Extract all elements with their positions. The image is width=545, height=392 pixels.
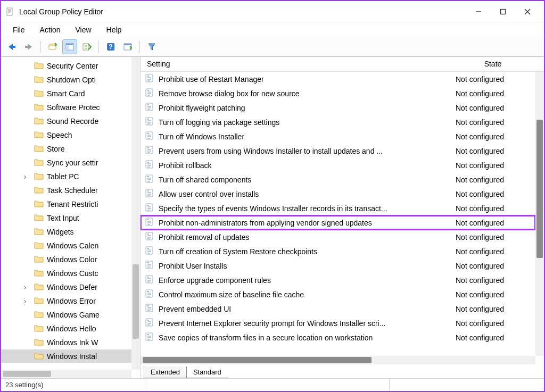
tree-item[interactable]: Tenant Restricti bbox=[1, 197, 140, 211]
setting-state: Not configured bbox=[456, 204, 535, 213]
tree-item[interactable]: Windows Custc bbox=[1, 266, 140, 280]
setting-state: Not configured bbox=[456, 247, 535, 256]
setting-row[interactable]: Remove browse dialog box for new sourceN… bbox=[141, 86, 535, 101]
folder-icon bbox=[34, 103, 44, 112]
setting-row[interactable]: Prevent embedded UINot configured bbox=[141, 302, 535, 316]
filter-button[interactable] bbox=[144, 39, 159, 54]
folder-icon bbox=[34, 61, 44, 71]
help-button[interactable]: ? bbox=[103, 39, 118, 54]
chevron-right-icon[interactable]: › bbox=[21, 283, 29, 291]
tree-item-label: Windows Ink W bbox=[47, 338, 98, 347]
svg-point-38 bbox=[147, 219, 148, 220]
setting-state: Not configured bbox=[456, 118, 535, 127]
tree-item[interactable]: Windows Color bbox=[1, 253, 140, 266]
setting-row[interactable]: Specify the types of events Windows Inst… bbox=[141, 201, 535, 215]
tree-item[interactable]: Widgets bbox=[1, 225, 140, 239]
folder-icon bbox=[34, 227, 44, 237]
list-vertical-scrollbar[interactable] bbox=[535, 72, 544, 356]
setting-row[interactable]: Turn off Windows InstallerNot configured bbox=[141, 129, 535, 144]
tree-item[interactable]: Sync your settir bbox=[1, 156, 140, 170]
tree-item-label: Windows Calen bbox=[47, 241, 98, 250]
toolbar: ? bbox=[1, 37, 544, 56]
folder-icon bbox=[34, 241, 44, 251]
tree-item[interactable]: Windows Instal bbox=[1, 349, 140, 363]
svg-rect-5 bbox=[12, 46, 15, 48]
back-button[interactable] bbox=[4, 39, 19, 54]
setting-state: Not configured bbox=[456, 290, 535, 299]
properties-button[interactable] bbox=[120, 39, 135, 54]
tree-item-label: Sync your settir bbox=[47, 159, 98, 167]
setting-state: Not configured bbox=[456, 89, 535, 98]
setting-row[interactable]: Enforce upgrade component rulesNot confi… bbox=[141, 273, 535, 287]
tree-horizontal-scrollbar[interactable] bbox=[1, 370, 131, 378]
close-button[interactable] bbox=[515, 3, 540, 20]
policy-icon bbox=[145, 160, 159, 171]
setting-row[interactable]: Prohibit User InstallsNot configured bbox=[141, 258, 535, 273]
toolbar-separator bbox=[40, 41, 41, 53]
tree-vertical-scrollbar[interactable] bbox=[131, 57, 140, 370]
chevron-right-icon[interactable]: › bbox=[21, 297, 29, 305]
tree-item[interactable]: Windows Calen bbox=[1, 239, 140, 253]
tree-item-label: Tenant Restricti bbox=[47, 200, 98, 208]
tree-item[interactable]: Speech bbox=[1, 128, 140, 142]
column-header-setting[interactable]: Setting bbox=[141, 57, 450, 71]
list-horizontal-scrollbar[interactable] bbox=[141, 356, 535, 364]
up-button[interactable] bbox=[45, 39, 60, 54]
tree-item[interactable]: Shutdown Opti bbox=[1, 73, 140, 87]
tab-extended[interactable]: Extended bbox=[144, 366, 187, 378]
menu-view[interactable]: View bbox=[68, 23, 98, 36]
export-list-button[interactable] bbox=[79, 39, 94, 54]
setting-row[interactable]: Prohibit flyweight patchingNot configure… bbox=[141, 101, 535, 115]
tree-item-label: Windows Color bbox=[47, 255, 97, 264]
setting-row[interactable]: Turn off creation of System Restore chec… bbox=[141, 244, 535, 258]
setting-row[interactable]: Turn off shared componentsNot configured bbox=[141, 172, 535, 187]
tree-item-label: Windows Game bbox=[47, 311, 100, 319]
tree-item[interactable]: ›Windows Defer bbox=[1, 280, 140, 294]
show-hide-tree-button[interactable] bbox=[62, 39, 77, 54]
minimize-button[interactable] bbox=[466, 3, 491, 20]
svg-text:?: ? bbox=[109, 43, 112, 51]
tree-item[interactable]: Security Center bbox=[1, 59, 140, 73]
title-bar: Local Group Policy Editor bbox=[1, 1, 544, 22]
tree-item[interactable]: Store bbox=[1, 142, 140, 156]
setting-row[interactable]: Prevent users from using Windows Install… bbox=[141, 144, 535, 158]
tree-item[interactable]: Software Protec bbox=[1, 101, 140, 114]
setting-name: Allow user control over installs bbox=[159, 190, 456, 198]
tree-item[interactable]: Windows Ink W bbox=[1, 336, 140, 349]
setting-row[interactable]: Prohibit removal of updatesNot configure… bbox=[141, 230, 535, 244]
setting-row[interactable]: Prohibit rollbackNot configured bbox=[141, 158, 535, 172]
menu-help[interactable]: Help bbox=[99, 23, 129, 36]
tree-item[interactable]: Smart Card bbox=[1, 87, 140, 101]
folder-icon bbox=[34, 310, 44, 320]
svg-point-22 bbox=[147, 104, 148, 105]
details-pane: Setting State Prohibit use of Restart Ma… bbox=[141, 57, 544, 378]
setting-row[interactable]: Prevent Internet Explorer security promp… bbox=[141, 316, 535, 330]
setting-row[interactable]: Prohibit use of Restart ManagerNot confi… bbox=[141, 72, 535, 86]
tree-item-label: Windows Error bbox=[47, 297, 96, 305]
tree-item[interactable]: Sound Recorde bbox=[1, 114, 140, 128]
menu-action[interactable]: Action bbox=[32, 23, 68, 36]
setting-name: Save copies of transform files in a secu… bbox=[159, 333, 456, 342]
forward-button[interactable] bbox=[21, 39, 36, 54]
tree-pane: Security CenterShutdown OptiSmart CardSo… bbox=[1, 57, 141, 378]
setting-row[interactable]: Allow user control over installsNot conf… bbox=[141, 187, 535, 201]
setting-row[interactable]: Control maximum size of baseline file ca… bbox=[141, 287, 535, 302]
maximize-button[interactable] bbox=[491, 3, 515, 20]
tree-item[interactable]: Text Input bbox=[1, 211, 140, 225]
policy-icon bbox=[145, 289, 159, 300]
setting-row[interactable]: Save copies of transform files in a secu… bbox=[141, 330, 535, 345]
chevron-right-icon[interactable]: › bbox=[21, 172, 29, 181]
tree-item[interactable]: Windows Game bbox=[1, 308, 140, 322]
setting-row[interactable]: Turn off logging via package settingsNot… bbox=[141, 115, 535, 129]
column-header-state[interactable]: State bbox=[450, 57, 535, 71]
svg-point-40 bbox=[147, 233, 148, 235]
folder-icon bbox=[34, 130, 44, 140]
menu-file[interactable]: File bbox=[5, 23, 32, 36]
setting-row[interactable]: Prohibit non-administrators from applyin… bbox=[141, 215, 535, 230]
tree-item[interactable]: ›Tablet PC bbox=[1, 170, 140, 184]
tab-standard[interactable]: Standard bbox=[186, 366, 228, 378]
status-text: 23 setting(s) bbox=[1, 379, 145, 391]
tree-item[interactable]: Windows Hello bbox=[1, 322, 140, 336]
tree-item[interactable]: Task Scheduler bbox=[1, 184, 140, 197]
tree-item[interactable]: ›Windows Error bbox=[1, 294, 140, 308]
